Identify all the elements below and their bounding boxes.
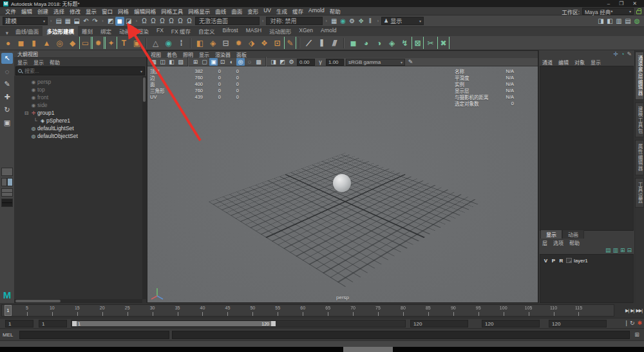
grease-pencil-icon[interactable]: ✎ (406, 58, 415, 66)
shelf-tab-1[interactable]: 曲线/曲面 (12, 26, 43, 36)
animation-start-field[interactable]: 1 (5, 320, 33, 328)
shelf-tab-11[interactable]: MASH (242, 26, 266, 36)
playback-range-bar[interactable]: 1 120 (72, 321, 276, 326)
menubar-item-4[interactable]: 选择 (53, 7, 64, 15)
camera-bookmark-icon[interactable]: ◧ (167, 58, 176, 66)
character-set-icon[interactable]: | (626, 320, 627, 326)
collapse-divider-icon[interactable]: › (49, 19, 53, 23)
new-scene-icon[interactable]: ▤ (54, 17, 63, 26)
select-tool[interactable]: ↖ (1, 53, 13, 64)
sidebar-vtab-3[interactable]: 属性编辑器 (635, 140, 644, 175)
motion-blur-icon[interactable]: ◌ (245, 58, 254, 66)
time-ruler[interactable]: 1 51015202530354045505560657075808590951… (1, 304, 614, 317)
lock-camera-icon[interactable]: ◫ (158, 58, 167, 66)
range-end-field-3[interactable]: 120 (549, 320, 607, 328)
layer-editor-tab-2[interactable]: 动画 (562, 230, 584, 239)
snap-view-plane-icon[interactable]: Ω (176, 17, 185, 26)
menubar-item-9[interactable]: 编辑网格 (134, 7, 156, 15)
show-manipulators-icon[interactable]: ✛ (613, 51, 618, 57)
outliner-menu-2[interactable]: 显示 (33, 59, 44, 66)
active-surface-field[interactable]: 无激活曲面 (195, 17, 260, 25)
current-time-indicator[interactable]: 1 (5, 305, 12, 316)
retopologize-icon[interactable]: ✂ (424, 37, 437, 49)
shadows-icon[interactable]: ◐ (227, 58, 236, 66)
two-pane-horizontal-layout[interactable] (1, 188, 13, 197)
layer-playback-toggle[interactable]: P (551, 258, 556, 264)
quad-draw-icon[interactable]: ⟋ (303, 37, 315, 49)
menubar-item-1[interactable]: 文件 (5, 7, 16, 15)
poly-torus-icon[interactable]: ◎ (53, 37, 66, 49)
ipr-render-icon[interactable]: ◉ (339, 17, 348, 26)
workspace-lock-icon[interactable] (636, 10, 641, 14)
select-hierarchy-icon[interactable]: ◩ (106, 17, 115, 26)
range-end-handle[interactable] (271, 321, 276, 326)
shelf-tab-10[interactable]: Bifrost (219, 26, 242, 36)
snap-grid-icon[interactable]: Ω (140, 17, 149, 26)
workspace-reset-icon[interactable]: ◍ (632, 17, 641, 26)
command-input[interactable] (19, 331, 169, 339)
outliner-item-defaultObjectSet[interactable]: ◍defaultObjectSet (14, 132, 146, 140)
playback-options-icon[interactable]: ↻ (630, 320, 635, 326)
move-layer-up-icon[interactable]: ▤ (605, 247, 611, 253)
duplicate-face-icon[interactable]: ◈ (386, 37, 398, 49)
menubar-item-2[interactable]: 编辑 (21, 7, 32, 15)
rotate-tool[interactable]: ↻ (1, 104, 13, 115)
paint-select-tool[interactable]: ✎ (1, 79, 13, 90)
select-component-icon[interactable]: ◪ (124, 17, 133, 26)
menubar-item-11[interactable]: 网格显示 (188, 7, 210, 15)
menubar-item-17[interactable]: 缓存 (292, 7, 303, 15)
outliner-item-defaultLightSet[interactable]: ◍defaultLightSet (14, 124, 146, 132)
poly-cone-icon[interactable]: ▲ (41, 37, 53, 49)
menubar-item-14[interactable]: 变形 (247, 7, 258, 15)
menubar-item-10[interactable]: 网格工具 (161, 7, 183, 15)
outliner-menu-1[interactable]: 显示 (17, 59, 28, 66)
poly-cylinder-icon[interactable]: ▮ (28, 37, 40, 49)
close-button[interactable]: ✕ (632, 1, 637, 6)
channel-box-menu-1[interactable]: 通道 (542, 59, 553, 66)
collapse-divider-icon[interactable]: › (100, 19, 104, 23)
poly-plane-icon[interactable]: ◆ (66, 37, 79, 49)
menubar-item-3[interactable]: 创建 (37, 7, 48, 15)
lasso-select-tool[interactable]: ◌ (1, 66, 13, 77)
cleanup-icon[interactable]: ✖ (437, 37, 450, 49)
shelf-tab-7[interactable]: FX (153, 26, 167, 36)
multi-cut-icon[interactable]: ✎ (284, 37, 296, 49)
select-object-icon[interactable]: ◼ (115, 17, 124, 26)
poly-sphere-icon[interactable]: ● (2, 37, 14, 49)
outliner-item-group1[interactable]: ⊟✛group1 (14, 109, 146, 117)
super-shape-icon[interactable]: ✦ (105, 37, 117, 49)
boolean-union-icon[interactable]: ◼ (347, 37, 359, 49)
shaded-mode-icon[interactable]: ▢ (200, 58, 209, 66)
outliner-item-persp[interactable]: ◉persp (14, 78, 146, 86)
expand-toggle-icon[interactable]: ⊟ (23, 110, 30, 116)
menubar-item-7[interactable]: 窗口 (102, 7, 113, 15)
shelf-tab-4[interactable]: 绑定 (97, 26, 115, 36)
poly-gear-icon[interactable]: ✹ (92, 37, 104, 49)
menubar-item-13[interactable]: 曲面 (231, 7, 242, 15)
single-pane-layout[interactable] (1, 168, 13, 176)
sidebar-vtab-1[interactable]: 通道盒/层编辑器 (635, 52, 644, 100)
render-settings-icon[interactable]: ⚙ (348, 17, 357, 26)
outliner-horizontal-scrollbar[interactable] (14, 299, 142, 303)
chevron-down-icon[interactable]: ▾ (140, 69, 144, 73)
channel-box-menu-3[interactable]: 对象 (574, 59, 585, 66)
four-pane-layout[interactable] (1, 199, 13, 207)
playback-start-field[interactable]: 1 (39, 320, 67, 328)
collapse-divider-icon[interactable]: › (324, 19, 328, 23)
isolate-select-icon[interactable]: ◩ (278, 58, 287, 66)
make-live-icon[interactable]: Ω (185, 17, 194, 26)
channel-box-menu-2[interactable]: 编辑 (558, 59, 569, 66)
launch-render-view-icon[interactable]: ❖ (357, 17, 366, 26)
attribute-editor-toggle-icon[interactable]: ◨ (596, 17, 605, 26)
menubar-item-16[interactable]: 生成 (276, 7, 287, 15)
image-plane-icon[interactable]: ▧ (176, 58, 185, 66)
step-forward-key-icon[interactable]: ▶| (630, 308, 634, 313)
shelf-tab-12[interactable]: 运动图形 (265, 26, 295, 36)
script-editor-icon[interactable]: ⊞ (632, 331, 641, 338)
collapse-divider-icon[interactable]: › (135, 19, 138, 23)
use-all-lights-icon[interactable]: ⊡ (218, 58, 227, 66)
offset-edge-loop-icon[interactable]: ⫻ (328, 37, 341, 49)
shelf-tab-8[interactable]: FX 缓存 (167, 26, 194, 36)
type-tool-icon[interactable]: T (118, 37, 130, 49)
channel-box-list[interactable] (540, 66, 634, 231)
